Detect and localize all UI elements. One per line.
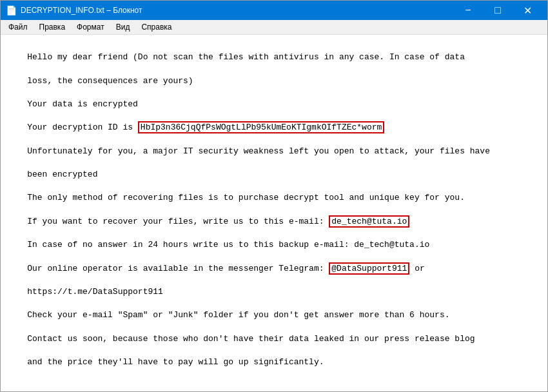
line7: The only method of recovering files is t… [27, 193, 465, 202]
menu-format[interactable]: Формат [72, 21, 110, 33]
menu-view[interactable]: Вид [111, 21, 135, 33]
window-title: DECRYPTION_INFO.txt – Блокнот [21, 6, 142, 15]
line10-post: or [409, 264, 424, 273]
line14: and the price they'll have to pay will g… [27, 357, 324, 367]
menu-help[interactable]: Справка [136, 21, 177, 33]
line11: https://t.me/DataSupport911 [27, 287, 163, 297]
title-controls: − □ ✕ [453, 1, 542, 20]
text-editor[interactable]: Hello my dear friend (Do not scan the fi… [1, 35, 547, 391]
line12: Check your e-mail "Spam" or "Junk" folde… [27, 310, 449, 320]
menu-bar: Файл Правка Формат Вид Справка [1, 20, 547, 35]
email1: de_tech@tuta.io [331, 217, 407, 226]
line9: In case of no answer in 24 hours write u… [27, 240, 429, 250]
line4-pre: Your decryption ID is [27, 122, 138, 132]
notepad-window: 📄 DECRYPTION_INFO.txt – Блокнот − □ ✕ Фа… [0, 0, 548, 392]
line5: Unfortunately for you, a major IT securi… [27, 146, 490, 156]
decryption-id-highlight: HbIp3n36CjqQfPsWOgtLlPb95kUmEoKTIgmkOIfT… [138, 121, 384, 133]
close-button[interactable]: ✕ [513, 1, 542, 20]
decryption-id: HbIp3n36CjqQfPsWOgtLlPb95kUmEoKTIgmkOIfT… [141, 122, 382, 132]
email1-highlight: de_tech@tuta.io [329, 215, 409, 228]
line2: loss, the consequences are yours) [27, 76, 193, 86]
title-bar: 📄 DECRYPTION_INFO.txt – Блокнот − □ ✕ [1, 1, 547, 20]
telegram-highlight: @DataSupport911 [329, 262, 409, 275]
line10-pre: Our online operator is available in the … [27, 264, 329, 273]
line1: Hello my dear friend (Do not scan the fi… [27, 52, 465, 62]
line6: been encrypted [27, 170, 97, 179]
maximize-button[interactable]: □ [483, 1, 513, 20]
line13: Contact us soon, because those who don't… [27, 334, 475, 344]
line3: Your data is encrypted [27, 99, 138, 109]
title-bar-left: 📄 DECRYPTION_INFO.txt – Блокнот [6, 5, 142, 15]
line8-pre: If you want to recover your files, write… [27, 217, 329, 226]
menu-file[interactable]: Файл [3, 21, 33, 33]
menu-edit[interactable]: Правка [34, 21, 71, 33]
notepad-icon: 📄 [6, 5, 17, 15]
telegram: @DataSupport911 [331, 264, 407, 273]
minimize-button[interactable]: − [453, 1, 483, 20]
